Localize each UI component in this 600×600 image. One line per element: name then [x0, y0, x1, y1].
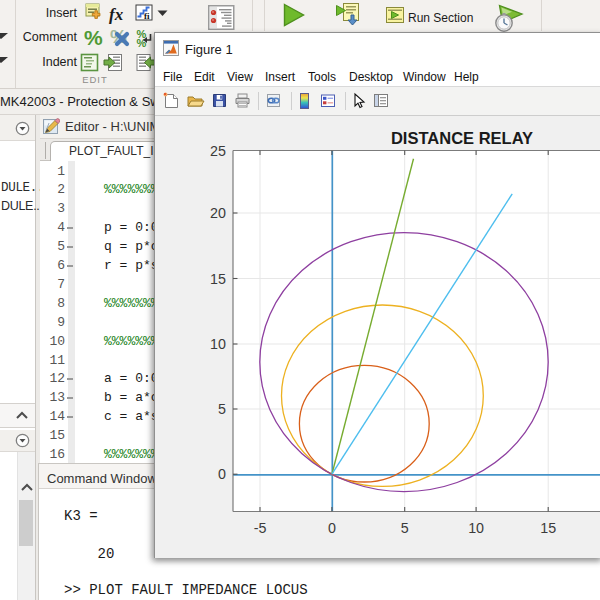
svg-text:%: %	[84, 26, 103, 49]
svg-text:0: 0	[328, 520, 336, 536]
svg-text:%: %	[137, 37, 147, 49]
svg-text:0: 0	[218, 466, 226, 482]
svg-text:-5: -5	[254, 520, 267, 536]
svg-text:15: 15	[210, 270, 226, 286]
svg-text:5: 5	[218, 401, 226, 417]
svg-text:10: 10	[468, 520, 484, 536]
svg-text:25: 25	[210, 142, 226, 158]
svg-text:15: 15	[540, 520, 556, 536]
svg-text:DISTANCE RELAY: DISTANCE RELAY	[391, 129, 533, 147]
svg-text:fx: fx	[109, 5, 124, 24]
svg-text:5: 5	[401, 520, 409, 536]
svg-text:fi: fi	[144, 11, 150, 21]
svg-text:10: 10	[210, 336, 226, 352]
svg-text:20: 20	[210, 205, 226, 221]
